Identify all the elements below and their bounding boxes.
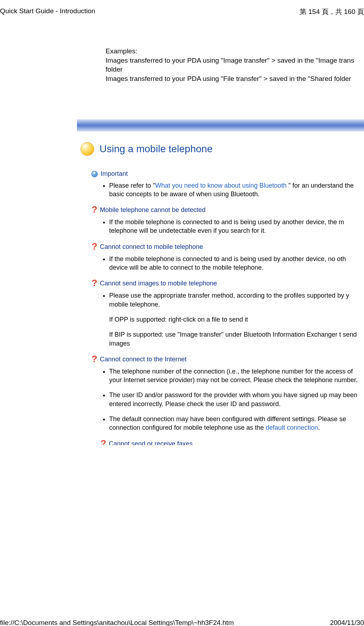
star-icon: [91, 171, 98, 177]
question-icon: [91, 280, 97, 288]
internet-bullet-3: The default connection may have been con…: [109, 415, 364, 432]
cannot-fax-section: Cannot send or receive faxes: [100, 440, 364, 445]
cannot-connect-bullet: If the mobile telephone is connected to …: [109, 255, 364, 272]
cannot-detect-bullet: If the mobile telephone is connected to …: [109, 218, 364, 235]
cannot-fax-title: Cannot send or receive faxes: [109, 440, 193, 445]
cannot-detect-section: Mobile telephone cannot be detected If t…: [91, 206, 364, 235]
cannot-detect-title: Mobile telephone cannot be detected: [100, 206, 205, 214]
sphere-icon: [81, 142, 94, 156]
important-section: Important Please refer to "What you need…: [91, 170, 364, 199]
heading-text: Using a mobile telephone: [100, 143, 213, 155]
important-bullet: Please refer to "What you need to know a…: [109, 181, 364, 199]
page-title: Quick Start Guide - Introduction: [0, 7, 95, 15]
internet-bullet-1: The telephone number of the connection (…: [109, 367, 364, 385]
question-icon: [91, 206, 97, 214]
cannot-send-images-section: Cannot send images to mobile telephone P…: [91, 280, 364, 347]
default-connection-link[interactable]: default connection: [266, 424, 318, 431]
section-heading: Using a mobile telephone: [81, 142, 364, 156]
cannot-send-images-title: Cannot send images to mobile telephone: [100, 280, 217, 287]
cannot-connect-title: Cannot connect to mobile telephone: [100, 243, 203, 251]
section-divider: [77, 119, 364, 131]
footer-file-path: file://C:\Documents and Settings\anitach…: [0, 619, 234, 626]
examples-line2: folder: [106, 65, 364, 74]
important-title: Important: [101, 170, 128, 178]
opp-paragraph: If OPP is supported: right-click on a fi…: [109, 315, 364, 324]
footer-date: 2004/11/30: [330, 619, 364, 626]
cannot-send-images-bullet: Please use the appropriate transfer meth…: [109, 291, 364, 309]
internet-bullet-2: The user ID and/or password for the prov…: [109, 391, 364, 408]
question-icon: [91, 356, 97, 363]
page-number-info: 第 154 頁，共 160 頁: [300, 7, 364, 16]
examples-text: Examples: Images transferred to your PDA…: [106, 47, 364, 83]
question-icon: [100, 440, 106, 445]
bluetooth-info-link[interactable]: What you need to know about using Blueto…: [155, 182, 286, 189]
examples-line1: Images transferred to your PDA using "Im…: [106, 56, 364, 65]
question-icon: [91, 243, 97, 251]
examples-label: Examples:: [106, 47, 364, 56]
cannot-internet-section: Cannot connect to the Internet The telep…: [91, 356, 364, 432]
cannot-internet-title: Cannot connect to the Internet: [100, 356, 186, 363]
bip-paragraph: If BIP is supported: use "Image transfer…: [109, 330, 364, 348]
cannot-connect-section: Cannot connect to mobile telephone If th…: [91, 243, 364, 272]
examples-line3: Images transferred to your PDA using "Fi…: [106, 74, 364, 83]
